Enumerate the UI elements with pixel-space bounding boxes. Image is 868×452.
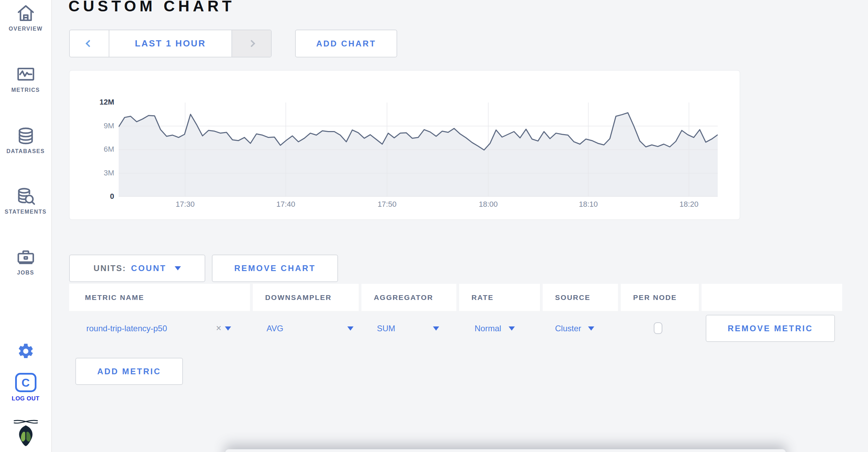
units-value: COUNT: [131, 263, 166, 273]
aggregator-select[interactable]: SUM: [377, 311, 439, 346]
logo-letter: C: [22, 377, 30, 388]
remove-metric-label: REMOVE METRIC: [728, 324, 813, 333]
metric-name-value: round-trip-latency-p50: [86, 324, 167, 333]
aggregator-value: SUM: [377, 324, 395, 333]
units-dropdown[interactable]: UNITS: COUNT: [69, 255, 205, 282]
clear-metric-icon[interactable]: ×: [216, 323, 221, 334]
x-tick-label: 17:50: [378, 200, 397, 209]
add-metric-button[interactable]: ADD METRIC: [75, 358, 183, 385]
remove-metric-button[interactable]: REMOVE METRIC: [706, 315, 835, 342]
home-icon: [16, 3, 36, 23]
bug-icon: [13, 418, 39, 446]
next-chart-panel-shadow: [225, 449, 786, 452]
y-tick-label: 0: [69, 192, 114, 201]
downsampler-select[interactable]: AVG: [267, 311, 354, 346]
time-range-label: LAST 1 HOUR: [135, 38, 206, 49]
add-chart-button[interactable]: ADD CHART: [295, 30, 397, 57]
graph-icon: [16, 65, 36, 85]
chart-plot-area: [119, 103, 718, 197]
downsampler-value: AVG: [267, 324, 283, 333]
add-chart-label: ADD CHART: [316, 39, 376, 49]
database-icon: [16, 126, 36, 146]
custom-chart-panel: 12M9M6M3M0 17:3017:4017:5018:0018:1018:2…: [69, 70, 740, 220]
logout-button[interactable]: C LOG OUT: [0, 373, 51, 402]
column-header-per-node: PER NODE: [621, 284, 699, 311]
chevron-down-icon: [347, 326, 354, 331]
y-tick-label: 3M: [69, 169, 114, 177]
sidebar-item-label: JOBS: [0, 270, 51, 276]
sidebar: OVERVIEW METRICS DATABASES STATEMENTS: [0, 0, 52, 452]
rate-value: Normal: [475, 324, 501, 333]
units-prefix-label: UNITS:: [94, 263, 126, 273]
chevron-down-icon[interactable]: [225, 326, 231, 331]
time-range-selector: LAST 1 HOUR: [69, 30, 272, 57]
database-search-icon: [16, 186, 36, 206]
remove-chart-label: REMOVE CHART: [234, 263, 316, 273]
logout-label: LOG OUT: [0, 395, 51, 402]
metric-name-select[interactable]: round-trip-latency-p50: [86, 311, 167, 346]
x-tick-label: 18:10: [579, 200, 598, 209]
chevron-right-icon: [248, 40, 255, 47]
column-header-source: SOURCE: [543, 284, 618, 311]
column-header-rate: RATE: [459, 284, 540, 311]
settings-button[interactable]: [0, 342, 51, 362]
y-tick-label: 12M: [69, 98, 114, 107]
sidebar-item-label: METRICS: [0, 87, 51, 93]
sidebar-item-label: STATEMENTS: [0, 209, 51, 215]
time-range-dropdown[interactable]: LAST 1 HOUR: [109, 30, 232, 57]
sidebar-item-statements[interactable]: STATEMENTS: [0, 186, 51, 215]
x-tick-label: 18:00: [479, 200, 498, 209]
cockroachdb-bug-logo: [0, 418, 51, 448]
column-header-metric-name: METRIC NAME: [69, 284, 250, 311]
source-select[interactable]: Cluster: [555, 311, 594, 346]
chevron-down-icon: [588, 326, 594, 331]
x-tick-label: 17:30: [176, 200, 195, 209]
sidebar-item-metrics[interactable]: METRICS: [0, 65, 51, 93]
per-node-checkbox[interactable]: [654, 322, 662, 334]
area-chart: [119, 103, 718, 197]
sidebar-item-label: DATABASES: [0, 148, 51, 154]
y-tick-label: 6M: [69, 145, 114, 154]
metric-clear-control: ×: [216, 311, 231, 346]
source-value: Cluster: [555, 324, 581, 333]
chevron-down-icon: [433, 326, 439, 331]
time-range-prev-button[interactable]: [70, 30, 109, 57]
gear-icon: [17, 342, 35, 360]
x-tick-label: 17:40: [276, 200, 295, 209]
briefcase-icon: [16, 247, 36, 267]
rate-select[interactable]: Normal: [475, 311, 515, 346]
remove-chart-button[interactable]: REMOVE CHART: [212, 255, 338, 282]
add-metric-label: ADD METRIC: [97, 367, 161, 376]
y-tick-label: 9M: [69, 121, 114, 130]
sidebar-item-databases[interactable]: DATABASES: [0, 126, 51, 154]
sidebar-item-jobs[interactable]: JOBS: [0, 247, 51, 276]
page-title: CUSTOM CHART: [68, 0, 235, 15]
sidebar-item-label: OVERVIEW: [0, 26, 51, 32]
column-header-actions: [702, 284, 842, 311]
chevron-down-icon: [509, 326, 515, 331]
sidebar-item-overview[interactable]: OVERVIEW: [0, 3, 51, 32]
column-header-aggregator: AGGREGATOR: [361, 284, 456, 311]
time-range-next-button[interactable]: [232, 30, 271, 57]
chevron-down-icon: [175, 266, 181, 270]
chevron-left-icon: [86, 40, 93, 47]
cockroach-c-icon: C: [15, 373, 36, 392]
x-tick-label: 18:20: [680, 200, 698, 209]
column-header-downsampler: DOWNSAMPLER: [253, 284, 359, 311]
